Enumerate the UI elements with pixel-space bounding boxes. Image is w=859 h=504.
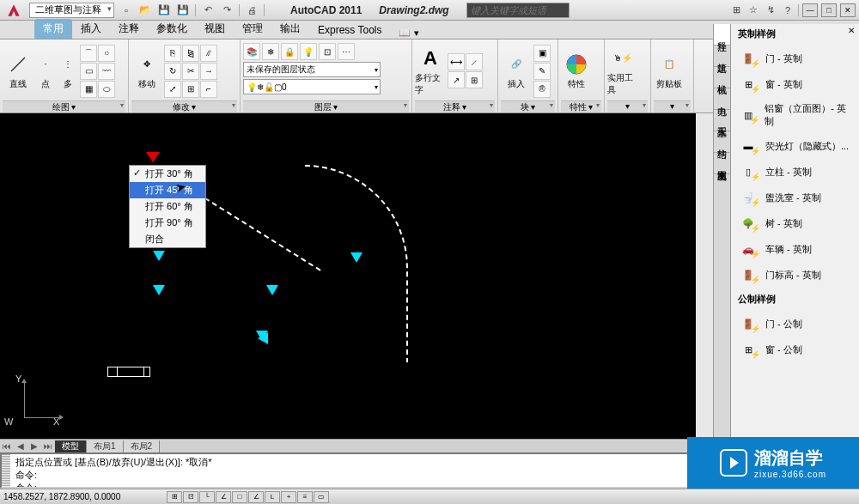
qp-toggle[interactable]: ▭ xyxy=(314,491,329,503)
palette-item-window-m[interactable]: ⊞⚡窗 - 公制 xyxy=(736,337,854,362)
close-button[interactable]: ✕ xyxy=(840,3,856,17)
rotate-icon[interactable]: ↻ xyxy=(164,63,181,80)
arc-icon[interactable]: ⌒ xyxy=(80,45,97,62)
leader-icon[interactable]: ↗ xyxy=(448,71,465,88)
copy-icon[interactable]: ⎘ xyxy=(164,45,181,62)
tab-annotate[interactable]: 注释 xyxy=(110,19,148,39)
attr-block-icon[interactable]: ® xyxy=(533,81,551,98)
panel-util-title[interactable]: ▾ xyxy=(607,100,648,112)
palette-close-icon[interactable]: ✕ xyxy=(845,26,857,38)
panel-block-title[interactable]: 块 ▾ xyxy=(501,100,555,112)
vtab-elec[interactable]: 电力 xyxy=(714,88,730,110)
help-search-input[interactable] xyxy=(466,3,570,18)
tab-home[interactable]: 常用 xyxy=(34,19,72,39)
vtab-annotate[interactable]: 注释 xyxy=(714,24,730,46)
clipboard-button[interactable]: 📋 剪贴板 xyxy=(654,46,685,97)
polyline-icon[interactable]: 〰 xyxy=(98,63,115,80)
tab-express[interactable]: Express Tools xyxy=(309,21,390,39)
tab-first-icon[interactable]: ⏮ xyxy=(0,441,14,451)
drawing-canvas[interactable]: 打开 30° 角 打开 45° 角 打开 60° 角 打开 90° 角 闭合 ➤… xyxy=(0,113,696,440)
tab-layout2[interactable]: 布局2 xyxy=(124,440,161,452)
layer-state-combo[interactable]: 未保存的图层状态 xyxy=(243,62,381,77)
palette-item-tree[interactable]: 🌳⚡树 - 英制 xyxy=(736,210,854,236)
grip-arrow[interactable] xyxy=(350,252,362,263)
scale-icon[interactable]: ⤢ xyxy=(164,81,181,98)
minimize-button[interactable]: ― xyxy=(802,3,818,17)
create-block-icon[interactable]: ▣ xyxy=(533,45,551,62)
layer-freeze-icon[interactable]: ❄ xyxy=(262,43,279,60)
point-button[interactable]: · 点 xyxy=(35,46,56,97)
tab-manage[interactable]: 管理 xyxy=(234,19,271,39)
edit-block-icon[interactable]: ✎ xyxy=(533,63,551,80)
panel-layer-title[interactable]: 图层 ▾ xyxy=(243,100,409,112)
menu-open-30[interactable]: 打开 30° 角 xyxy=(130,166,205,182)
palette-item-doorlabel[interactable]: 🚪⚡门标高 - 英制 xyxy=(736,262,854,288)
command-line[interactable]: 指定点位置或 [基点(B)/放弃(U)/退出(X)]: *取消* 命令: 命令: xyxy=(0,452,696,489)
offset-icon[interactable]: ⫽ xyxy=(200,45,217,62)
save-icon[interactable]: 💾 xyxy=(157,3,171,17)
panel-prop-title[interactable]: 特性 ▾ xyxy=(561,100,601,112)
panel-draw-title[interactable]: 绘图 ▾ xyxy=(3,100,125,112)
vtab-arch[interactable]: 建筑 xyxy=(714,46,730,67)
vtab-mech[interactable]: 机械 xyxy=(714,67,730,88)
ribbon-help[interactable]: 📖 ▾ xyxy=(399,27,418,39)
tab-parametric[interactable]: 参数化 xyxy=(148,19,196,39)
fillet-icon[interactable]: ⌐ xyxy=(200,81,217,98)
palette-item-washroom[interactable]: 🚽⚡盥洗室 - 英制 xyxy=(736,185,854,210)
insert-button[interactable]: 🔗 插入 xyxy=(501,46,532,97)
star-icon[interactable]: ☆ xyxy=(746,3,760,17)
vtab-civil[interactable]: 土木工程 xyxy=(714,110,730,131)
palette-item-light[interactable]: ▬⚡荧光灯（隐藏式）... xyxy=(736,133,854,159)
tab-last-icon[interactable]: ⏭ xyxy=(41,441,55,451)
array-icon[interactable]: ⊞ xyxy=(182,81,199,98)
layer-props-icon[interactable]: 📚 xyxy=(243,43,260,60)
help-icon[interactable]: ? xyxy=(781,3,795,17)
dyn-toggle[interactable]: + xyxy=(281,491,296,503)
saveas-icon[interactable]: 💾 xyxy=(176,3,190,17)
panel-clip-title[interactable]: ▾ xyxy=(654,100,691,112)
line-button[interactable]: 直线 xyxy=(3,46,34,97)
extend-icon[interactable]: → xyxy=(200,63,217,80)
mirror-icon[interactable]: ⧎ xyxy=(182,45,199,62)
lwt-toggle[interactable]: ≡ xyxy=(297,491,313,503)
menu-close[interactable]: 闭合 xyxy=(130,231,205,247)
ellipse-icon[interactable]: ⬭ xyxy=(98,81,115,98)
infocenter-icon[interactable]: ⊞ xyxy=(729,3,743,17)
panel-modify-title[interactable]: 修改 ▾ xyxy=(131,100,237,112)
dim-linear-icon[interactable]: ⟷ xyxy=(448,53,465,70)
vtab-struct[interactable]: 结构 xyxy=(714,131,730,153)
tab-output[interactable]: 输出 xyxy=(271,19,309,39)
tab-view[interactable]: 视图 xyxy=(196,19,234,39)
properties-button[interactable]: 特性 xyxy=(561,46,592,97)
rect-icon[interactable]: ▭ xyxy=(80,63,97,80)
layer-lock-icon[interactable]: 🔒 xyxy=(281,43,298,60)
menu-open-60[interactable]: 打开 60° 角 xyxy=(130,198,205,215)
palette-item-column[interactable]: ▯⚡立柱 - 英制 xyxy=(736,159,854,185)
grip-arrow[interactable] xyxy=(258,332,268,344)
tab-model[interactable]: 模型 xyxy=(55,440,87,452)
tab-next-icon[interactable]: ▶ xyxy=(27,441,41,451)
multi-button[interactable]: ⋮ 多 xyxy=(58,46,78,97)
menu-open-45[interactable]: 打开 45° 角 xyxy=(130,182,205,198)
cmdline-grip[interactable] xyxy=(2,454,10,487)
tab-insert[interactable]: 插入 xyxy=(72,19,110,39)
layer-current-combo[interactable]: 💡❄🔓▢ 0 xyxy=(243,79,381,94)
grip-arrow[interactable] xyxy=(266,285,278,295)
utilities-button[interactable]: 🖱⚡ 实用工具 xyxy=(607,46,638,97)
otrack-toggle[interactable]: ∠ xyxy=(248,491,264,503)
dim-align-icon[interactable]: ⟋ xyxy=(466,53,483,70)
ducs-toggle[interactable]: L xyxy=(265,491,280,503)
tab-layout1[interactable]: 布局1 xyxy=(87,440,124,452)
maximize-button[interactable]: □ xyxy=(821,3,837,17)
new-icon[interactable]: ▫ xyxy=(119,3,133,17)
app-logo[interactable] xyxy=(3,1,24,20)
hatch-icon[interactable]: ▦ xyxy=(80,81,97,98)
open-icon[interactable]: 📂 xyxy=(138,3,152,17)
osnap-toggle[interactable]: □ xyxy=(232,491,247,503)
tab-prev-icon[interactable]: ◀ xyxy=(14,441,27,451)
palette-item-door-m[interactable]: 🚪⚡门 - 公制 xyxy=(736,311,854,337)
grid-toggle[interactable]: ⊡ xyxy=(183,491,198,503)
grip-arrow[interactable] xyxy=(153,251,165,261)
circle-icon[interactable]: ○ xyxy=(98,45,115,62)
redo-icon[interactable]: ↷ xyxy=(220,3,234,17)
